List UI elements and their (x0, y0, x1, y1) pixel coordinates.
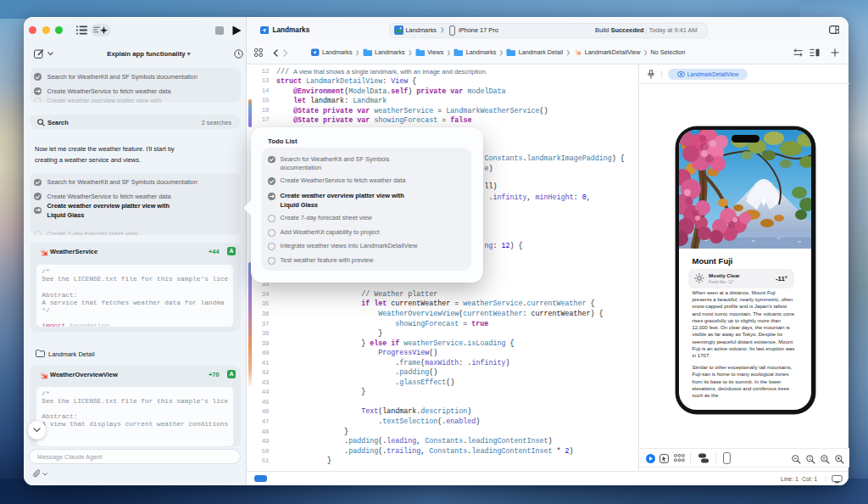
svg-text:1: 1 (809, 456, 811, 461)
